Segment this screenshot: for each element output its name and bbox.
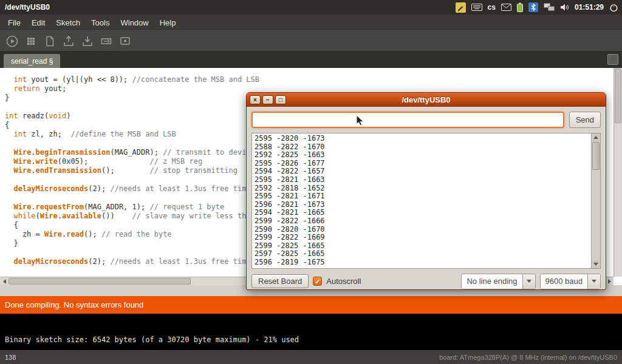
status-message: Done compiling. No syntax errors found [5, 300, 143, 309]
menu-tools[interactable]: Tools [86, 16, 115, 30]
serial-line: 2595 -2826 -1677 [255, 160, 589, 168]
menu-window[interactable]: Window [115, 16, 154, 30]
menu-file[interactable]: File [2, 16, 26, 30]
footer-status-bar: 138 board: ATmega328P(A) @ 8 MHz (intern… [0, 350, 622, 364]
chevron-down-icon [610, 58, 615, 61]
autoscroll-checkbox[interactable]: ✓ [313, 277, 322, 286]
dropdown-arrow-button[interactable] [587, 274, 600, 289]
menu-edit[interactable]: Edit [26, 16, 50, 30]
console-output: Binary sketch size: 6542 bytes (of a 307… [5, 335, 299, 344]
scrollbar-thumb[interactable] [592, 142, 600, 170]
menubar-items: FileEditSketchToolsWindowHelp [0, 15, 622, 30]
serial-output-area[interactable]: 2595 -2820 -16732588 -2822 -16702592 -28… [251, 133, 601, 269]
close-button[interactable]: × [250, 95, 261, 104]
serial-window-title: /dev/ttyUSB0 [247, 95, 606, 104]
autoscroll-label: Autoscroll [326, 277, 361, 286]
serial-window-titlebar[interactable]: × − □ /dev/ttyUSB0 [247, 93, 606, 107]
chevron-down-icon [592, 280, 596, 283]
keyboard-layout-label[interactable]: cs [488, 3, 496, 12]
toolbar [0, 30, 622, 51]
editor-vertical-scrollbar[interactable] [613, 68, 622, 277]
serial-line: 2595 -2820 -1673 [255, 135, 589, 143]
new-button[interactable] [43, 34, 57, 49]
upload-button[interactable] [99, 34, 114, 49]
status-bar: Done compiling. No syntax errors found [0, 296, 622, 314]
chevron-down-icon [527, 280, 531, 283]
serial-line: 2592 -2818 -1652 [255, 184, 589, 193]
active-window-title: /dev/ttyUSB0 [5, 3, 50, 12]
mail-icon[interactable] [501, 4, 511, 11]
baud-rate-value: 9600 baud [541, 274, 587, 289]
reset-board-button[interactable]: Reset Board [251, 274, 309, 288]
serial-options-row: Reset Board ✓ Autoscroll No line ending … [251, 274, 601, 289]
triangle-left-icon [3, 279, 6, 284]
menu-sketch[interactable]: Sketch [50, 16, 86, 30]
build-console: Binary sketch size: 6542 bytes (of a 307… [0, 314, 622, 350]
board-info: board: ATmega328P(A) @ 8 MHz (internal) … [439, 354, 617, 361]
scroll-up-button[interactable] [592, 133, 600, 141]
stop-button[interactable] [24, 34, 38, 49]
serial-line: 2599 -2825 -1665 [255, 242, 589, 251]
system-tray: cs 01:51:29 [456, 2, 618, 13]
minimize-button[interactable]: − [262, 95, 273, 104]
serial-input[interactable] [251, 112, 564, 128]
scroll-down-button[interactable] [592, 260, 600, 268]
serial-window-body: Send 2595 -2820 -16732588 -2822 -1670259… [247, 107, 606, 290]
serial-line: 2592 -2825 -1663 [255, 151, 589, 160]
serial-line: 2599 -2822 -1669 [255, 234, 589, 242]
maximize-button[interactable]: □ [275, 95, 286, 104]
serial-send-row: Send [251, 112, 601, 128]
triangle-right-icon [608, 279, 611, 284]
session-menu-icon[interactable] [609, 3, 618, 12]
verify-button[interactable] [5, 34, 19, 49]
serial-monitor-window: × − □ /dev/ttyUSB0 Send 2595 -2820 -1673… [246, 92, 606, 290]
scroll-right-button[interactable] [605, 277, 613, 285]
volume-icon[interactable] [560, 3, 569, 12]
scrollbar-thumb[interactable] [615, 69, 621, 123]
triangle-up-icon [593, 136, 598, 139]
open-button[interactable] [61, 34, 76, 49]
menu-help[interactable]: Help [154, 16, 182, 30]
triangle-down-icon [593, 263, 598, 266]
window-controls: × − □ [250, 95, 286, 104]
serial-line: 2595 -2821 -1663 [255, 176, 589, 184]
bluetooth-icon[interactable] [528, 2, 538, 12]
line-number-indicator: 138 [5, 354, 16, 361]
tab-menu-button[interactable] [607, 54, 618, 65]
dropdown-arrow-button[interactable] [522, 274, 535, 289]
serial-line: 2594 -2822 -1657 [255, 167, 589, 176]
serial-output-scrollbar[interactable] [591, 133, 600, 268]
serial-line: 2594 -2821 -1665 [255, 209, 589, 217]
line-ending-dropdown[interactable]: No line ending [461, 274, 535, 289]
serial-line: 2595 -2821 -1671 [255, 192, 589, 201]
scrollbar-thumb[interactable] [9, 278, 191, 285]
tab-serial-read[interactable]: serial_read § [4, 54, 60, 68]
serial-line: 2588 -2822 -1670 [255, 143, 589, 152]
serial-line: 2596 -2821 -1673 [255, 201, 589, 209]
serial-line: 2597 -2825 -1665 [255, 250, 589, 258]
clock[interactable]: 01:51:29 [575, 3, 604, 12]
code-line: int yout = (yl|(yh << 8)); //concatenate… [5, 75, 613, 84]
save-button[interactable] [80, 34, 95, 49]
serial-line: 2596 -2819 -1675 [255, 258, 589, 267]
line-ending-value: No line ending [462, 274, 522, 289]
scroll-left-button[interactable] [0, 277, 9, 285]
baud-rate-dropdown[interactable]: 9600 baud [540, 274, 601, 289]
serial-line: 2590 -2820 -1670 [255, 226, 589, 234]
top-panel: /dev/ttyUSB0 cs 01:51:29 [0, 0, 622, 15]
notes-icon[interactable] [456, 2, 466, 13]
battery-icon[interactable] [517, 2, 523, 12]
send-button[interactable]: Send [569, 112, 601, 128]
serial-monitor-button[interactable] [118, 34, 132, 49]
tab-bar: serial_read § [0, 51, 622, 68]
serial-output[interactable]: 2595 -2820 -16732588 -2822 -16702592 -28… [252, 133, 591, 268]
network-icon[interactable] [544, 3, 555, 12]
serial-line: 2599 -2822 -1666 [255, 217, 589, 226]
keyboard-layout-icon[interactable] [471, 4, 482, 11]
